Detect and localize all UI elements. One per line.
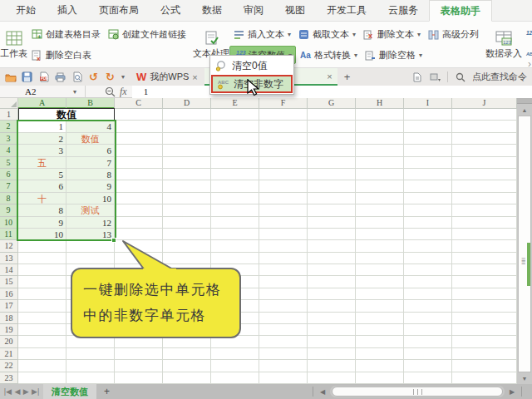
data-entry-button[interactable]: 123 数据录入 bbox=[485, 22, 522, 67]
create-hyperlink-button[interactable]: 创建文件超链接 bbox=[104, 25, 190, 43]
cell-A6[interactable]: 5 bbox=[18, 169, 66, 180]
cell-J9[interactable] bbox=[452, 204, 517, 216]
cell-A8[interactable]: 十 bbox=[18, 193, 66, 204]
cell-B4[interactable]: 6 bbox=[66, 145, 115, 156]
redo-icon[interactable]: ↻ bbox=[104, 71, 116, 83]
chevron-down-icon[interactable]: ▾ bbox=[73, 88, 76, 96]
save-icon[interactable] bbox=[21, 71, 33, 83]
cell-F8[interactable] bbox=[259, 193, 308, 204]
tab-view[interactable]: 视图 bbox=[274, 0, 316, 21]
cell-H20[interactable] bbox=[356, 336, 404, 347]
cell-J21[interactable] bbox=[452, 348, 517, 360]
row-header-5[interactable]: 5 bbox=[0, 157, 18, 169]
cell-A22[interactable] bbox=[18, 360, 66, 372]
cell-F14[interactable] bbox=[259, 264, 308, 276]
cell-F18[interactable] bbox=[259, 313, 308, 324]
add-sheet-button[interactable]: + bbox=[96, 386, 117, 397]
cell-F16[interactable] bbox=[259, 288, 308, 300]
cell-J11[interactable] bbox=[452, 229, 517, 240]
row-header-18[interactable]: 18 bbox=[0, 313, 18, 324]
quickbar-dropdown-icon[interactable]: ▾ bbox=[121, 73, 125, 81]
cell-I22[interactable] bbox=[404, 360, 452, 372]
print-icon[interactable] bbox=[54, 71, 66, 83]
cell-E4[interactable] bbox=[211, 145, 259, 156]
cell-D10[interactable] bbox=[163, 217, 211, 229]
cell-E11[interactable] bbox=[211, 229, 259, 240]
fx-icon[interactable]: fx bbox=[120, 86, 127, 98]
column-header-D[interactable]: D bbox=[163, 98, 211, 109]
row-header-7[interactable]: 7 bbox=[0, 180, 18, 192]
cell-A17[interactable] bbox=[18, 300, 66, 312]
extract-text-button[interactable]: 截取文本 ▾ bbox=[294, 25, 359, 43]
cell-H6[interactable] bbox=[356, 169, 404, 180]
find-command-text[interactable]: 点此查找命令 bbox=[472, 71, 527, 83]
cell-A21[interactable] bbox=[18, 348, 66, 360]
cell-I19[interactable] bbox=[404, 324, 452, 336]
cell-G10[interactable] bbox=[308, 217, 356, 229]
cell-H9[interactable] bbox=[356, 204, 404, 216]
cell-C21[interactable] bbox=[115, 348, 163, 360]
cell-B2[interactable]: 4 bbox=[66, 121, 115, 132]
cell-A5[interactable]: 五 bbox=[18, 157, 66, 169]
row-header-3[interactable]: 3 bbox=[0, 133, 18, 145]
cell-F17[interactable] bbox=[259, 300, 308, 312]
cell-J16[interactable] bbox=[452, 288, 517, 300]
cell-C8[interactable] bbox=[115, 193, 163, 204]
cell-G6[interactable] bbox=[308, 169, 356, 180]
cell-G22[interactable] bbox=[308, 360, 356, 372]
cell-D22[interactable] bbox=[163, 360, 211, 372]
cell-H23[interactable] bbox=[356, 372, 404, 384]
cell-I12[interactable] bbox=[404, 240, 452, 252]
cell-J1[interactable] bbox=[452, 109, 517, 121]
column-header-G[interactable]: G bbox=[308, 98, 356, 109]
delete-text-button[interactable]: x 删除文本 ▾ bbox=[359, 25, 424, 43]
cell-E5[interactable] bbox=[211, 157, 259, 169]
cell-A9[interactable]: 8 bbox=[18, 204, 66, 216]
cell-I4[interactable] bbox=[404, 145, 452, 156]
cell-C9[interactable] bbox=[115, 204, 163, 216]
cell-H19[interactable] bbox=[356, 324, 404, 336]
scroll-thumb-grip[interactable]: ≡ ≡ bbox=[521, 258, 529, 264]
cell-G14[interactable] bbox=[308, 264, 356, 276]
row-header-21[interactable]: 21 bbox=[0, 348, 18, 360]
cell-G18[interactable] bbox=[308, 313, 356, 324]
cell-J8[interactable] bbox=[452, 193, 517, 204]
cell-F23[interactable] bbox=[259, 372, 308, 384]
layout-switch-icon[interactable] bbox=[429, 71, 441, 83]
row-header-17[interactable]: 17 bbox=[0, 300, 18, 312]
sheet-tab-active[interactable]: 清空数值 bbox=[43, 384, 96, 399]
cell-A19[interactable] bbox=[18, 324, 66, 336]
cell-F12[interactable] bbox=[259, 240, 308, 252]
cell-A20[interactable] bbox=[18, 336, 66, 347]
tab-home[interactable]: 开始 bbox=[5, 0, 47, 21]
scrollbar-splitter[interactable] bbox=[517, 98, 532, 104]
horizontal-scroll-thumb[interactable] bbox=[332, 387, 503, 397]
cell-F2[interactable] bbox=[259, 121, 308, 132]
name-box[interactable]: A2 ▾ bbox=[0, 86, 86, 98]
cell-H3[interactable] bbox=[356, 133, 404, 145]
cell-F4[interactable] bbox=[259, 145, 308, 156]
format-convert-button[interactable]: Aa 格式转换 ▾ bbox=[296, 46, 361, 64]
zoom-magnifier-icon[interactable] bbox=[104, 86, 116, 98]
cell-H2[interactable] bbox=[356, 121, 404, 132]
open-folder-icon[interactable] bbox=[4, 71, 17, 83]
cell-I7[interactable] bbox=[404, 180, 452, 192]
cell-I14[interactable] bbox=[404, 264, 452, 276]
cell-D7[interactable] bbox=[163, 180, 211, 192]
cell-F15[interactable] bbox=[259, 276, 308, 288]
cell-B3[interactable]: 数值 bbox=[66, 133, 115, 145]
tab-cloud[interactable]: 云服务 bbox=[377, 0, 429, 21]
cell-A16[interactable] bbox=[18, 288, 66, 300]
row-header-14[interactable]: 14 bbox=[0, 264, 18, 276]
cell-H18[interactable] bbox=[356, 313, 404, 324]
cell-G20[interactable] bbox=[308, 336, 356, 347]
cell-E9[interactable] bbox=[211, 204, 259, 216]
cell-C1[interactable] bbox=[115, 109, 163, 121]
cell-A11[interactable]: 10 bbox=[18, 229, 66, 240]
first-sheet-button[interactable]: |◀ bbox=[4, 387, 12, 396]
cell-J2[interactable] bbox=[452, 121, 517, 132]
cell-F6[interactable] bbox=[259, 169, 308, 180]
row-header-11[interactable]: 11 bbox=[0, 229, 18, 240]
tab-review[interactable]: 审阅 bbox=[233, 0, 274, 21]
cell-A7[interactable]: 6 bbox=[18, 180, 66, 192]
